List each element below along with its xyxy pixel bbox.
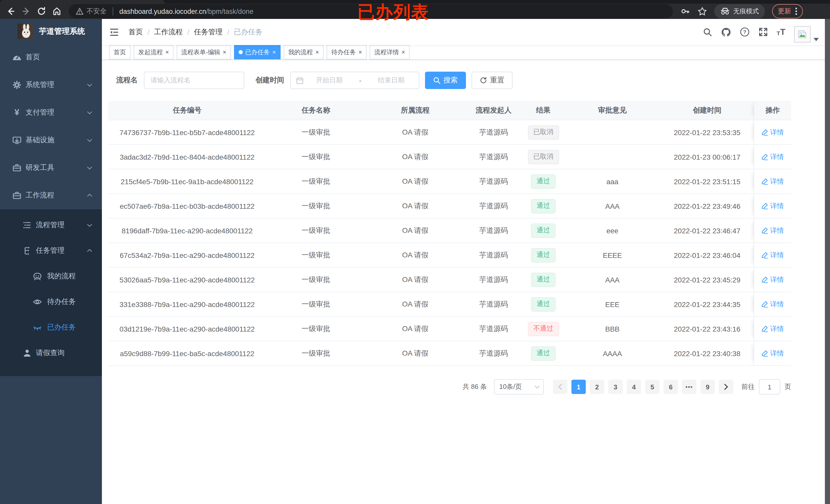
back-button[interactable] [3, 4, 19, 19]
sidebar-item-my-process[interactable]: 我的流程 [0, 264, 102, 289]
window-scrollbar[interactable] [825, 19, 830, 504]
url-text[interactable]: dashboard.yudao.iocoder.cn/bpm/task/done [119, 7, 253, 15]
close-icon[interactable]: × [358, 49, 362, 55]
tab-start-process[interactable]: 发起流程× [134, 45, 173, 59]
detail-link[interactable]: 详情 [761, 201, 784, 210]
page-unit-label: 页 [785, 382, 791, 392]
url-host: dashboard.yudao.iocoder.cn [119, 7, 206, 15]
close-icon[interactable]: × [165, 49, 169, 55]
sidebar-item-label: 研发工具 [26, 163, 54, 172]
close-icon[interactable]: × [402, 49, 405, 55]
browser-active-tab[interactable] [0, 0, 165, 4]
date-range-input[interactable]: 开始日期 - 结束日期 [290, 72, 419, 89]
page-size-select[interactable]: 10条/页 [494, 379, 544, 395]
browser-menu-dots-icon[interactable] [795, 7, 797, 15]
page-button-2[interactable]: 2 [590, 380, 604, 394]
eye-closed-icon [33, 323, 42, 332]
sidebar-item-workflow[interactable]: 工作流程 [0, 182, 102, 209]
tab-form-edit[interactable]: 流程表单-编辑× [177, 45, 231, 59]
sidebar-item-home[interactable]: 首页 [0, 43, 102, 71]
close-icon[interactable]: × [315, 49, 319, 55]
tab-process-detail[interactable]: 流程详情× [370, 45, 410, 59]
avatar[interactable] [794, 26, 810, 42]
table-row: 3adac3d2-7b9d-11ec-8404-acde48001122 一级审… [108, 145, 791, 169]
app-logo-row[interactable]: 芋道管理系统 [0, 19, 102, 43]
sidebar-item-label: 系统管理 [26, 80, 54, 90]
chevron-down-icon [87, 109, 93, 115]
close-icon[interactable]: × [273, 49, 276, 55]
briefcase-icon [12, 191, 22, 200]
caret-down-icon[interactable] [813, 38, 819, 42]
reload-button[interactable] [34, 4, 49, 19]
table-row: 74736737-7b9b-11ec-b5b7-acde48001122 一级审… [108, 120, 791, 145]
sidebar-item-label: 支付管理 [26, 108, 54, 117]
page-ellipsis[interactable]: ••• [682, 380, 696, 394]
sidebar-item-label: 待办任务 [47, 297, 76, 306]
font-size-icon[interactable]: TT [777, 28, 786, 36]
process-name-input[interactable]: 请输入流程名 [144, 72, 244, 89]
breadcrumb-workflow[interactable]: 工作流程 [154, 27, 183, 37]
sidebar-item-payment[interactable]: ¥ 支付管理 [0, 99, 102, 126]
detail-link[interactable]: 详情 [761, 152, 784, 161]
search-icon[interactable] [703, 27, 712, 37]
page-button-9[interactable]: 9 [700, 380, 715, 394]
password-key-icon[interactable] [680, 6, 690, 16]
sidebar-item-task-mgmt[interactable]: 任务管理 [0, 238, 102, 264]
start-date-placeholder[interactable]: 开始日期 [307, 76, 352, 85]
avatar-wrap[interactable] [794, 22, 819, 42]
breadcrumb-home[interactable]: 首页 [129, 27, 143, 37]
sidebar-item-label: 我的流程 [47, 272, 76, 281]
next-page-button[interactable] [719, 380, 733, 394]
close-icon[interactable]: × [223, 49, 226, 55]
tab-home[interactable]: 首页 [109, 45, 131, 59]
reset-button[interactable]: 重置 [472, 72, 513, 89]
sidebar-item-todo-tasks[interactable]: 待办任务 [0, 289, 102, 315]
result-tag: 通过 [531, 174, 555, 189]
detail-link[interactable]: 详情 [761, 128, 784, 137]
sidebar-item-leave-query[interactable]: 请假查询 [0, 340, 102, 366]
github-icon[interactable] [721, 27, 731, 37]
sidebar-item-process-mgmt[interactable]: 流程管理 [0, 212, 102, 238]
forward-button[interactable] [19, 4, 34, 19]
page-button-5[interactable]: 5 [645, 380, 660, 394]
security-label[interactable]: 不安全 [87, 7, 106, 16]
sidebar-item-done-tasks[interactable]: 已办任务 [0, 315, 102, 340]
gear-icon [12, 80, 22, 90]
sidebar-item-devtools[interactable]: 研发工具 [0, 154, 102, 182]
home-button[interactable] [49, 4, 65, 19]
page-button-4[interactable]: 4 [627, 380, 641, 394]
fullscreen-icon[interactable] [758, 27, 768, 37]
sidebar-fold-icon[interactable] [109, 27, 119, 37]
detail-link[interactable]: 详情 [761, 226, 784, 235]
incognito-label: 无痕模式 [733, 7, 759, 15]
tab-todo-tasks[interactable]: 待办任务× [327, 45, 366, 59]
sidebar-item-system[interactable]: 系统管理 [0, 71, 102, 99]
update-button[interactable]: 更新 [772, 4, 803, 19]
active-dot [238, 50, 243, 54]
end-date-placeholder[interactable]: 结束日期 [369, 76, 414, 85]
help-icon[interactable]: ? [740, 27, 749, 37]
page-button-3[interactable]: 3 [608, 380, 622, 394]
detail-link[interactable]: 详情 [761, 177, 784, 186]
breadcrumb-task-mgmt[interactable]: 任务管理 [194, 27, 223, 37]
search-button[interactable]: 搜索 [425, 72, 466, 89]
detail-link[interactable]: 详情 [761, 275, 784, 284]
detail-link[interactable]: 详情 [761, 250, 784, 260]
bookmark-star-icon[interactable] [697, 6, 707, 16]
security-warning-icon[interactable] [76, 8, 84, 15]
goto-page-input[interactable]: 1 [759, 379, 780, 395]
tab-done-tasks[interactable]: 已办任务× [234, 45, 281, 59]
table-header-row: 任务编号 任务名称 所属流程 流程发起人 结果 审批意见 创建时间 操作 [108, 101, 791, 120]
page-button-1[interactable]: 1 [571, 380, 586, 394]
detail-link[interactable]: 详情 [761, 324, 784, 333]
detail-link[interactable]: 详情 [761, 349, 784, 358]
url-path: /bpm/task/done [206, 7, 253, 15]
detail-link[interactable]: 详情 [761, 300, 784, 309]
page-button-6[interactable]: 6 [664, 380, 678, 394]
sidebar-item-infra[interactable]: 基础设施 [0, 126, 102, 154]
top-navbar: 首页 / 工作流程 / 任务管理 / 已办任务 ? [102, 19, 830, 45]
prev-page-button[interactable] [553, 380, 567, 394]
sidebar-item-label: 已办任务 [47, 323, 76, 332]
chevron-down-icon [87, 165, 93, 171]
tab-my-process[interactable]: 我的流程× [284, 45, 324, 59]
